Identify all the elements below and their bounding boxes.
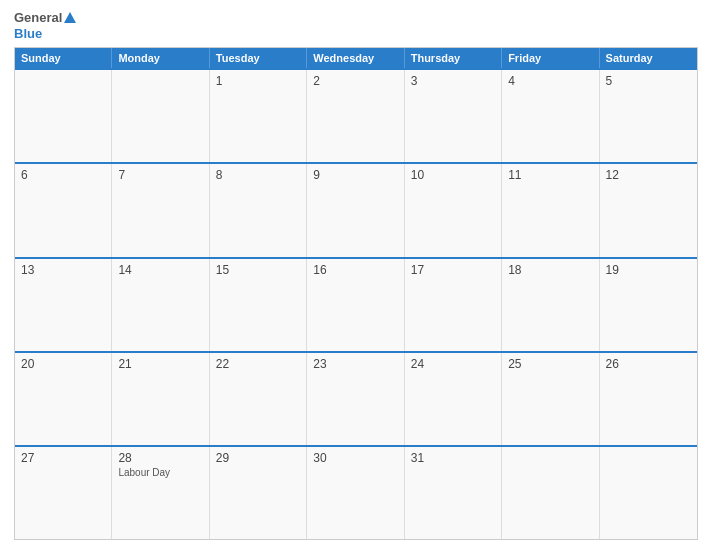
calendar-week-4: 20212223242526 (15, 351, 697, 445)
weekday-header-sunday: Sunday (15, 48, 112, 68)
calendar-cell: 12 (600, 164, 697, 256)
calendar-cell: 20 (15, 353, 112, 445)
calendar-cell: 4 (502, 70, 599, 162)
calendar-cell: 26 (600, 353, 697, 445)
weekday-header-wednesday: Wednesday (307, 48, 404, 68)
calendar-cell: 18 (502, 259, 599, 351)
day-number: 22 (216, 357, 300, 371)
day-number: 13 (21, 263, 105, 277)
calendar-cell: 25 (502, 353, 599, 445)
day-number: 29 (216, 451, 300, 465)
day-number: 30 (313, 451, 397, 465)
calendar-cell: 3 (405, 70, 502, 162)
day-number: 16 (313, 263, 397, 277)
day-number: 20 (21, 357, 105, 371)
calendar-week-3: 13141516171819 (15, 257, 697, 351)
calendar-cell: 30 (307, 447, 404, 539)
calendar-cell: 6 (15, 164, 112, 256)
calendar-cell: 10 (405, 164, 502, 256)
calendar-cell: 1 (210, 70, 307, 162)
day-number: 4 (508, 74, 592, 88)
calendar-cell: 17 (405, 259, 502, 351)
day-number: 25 (508, 357, 592, 371)
day-number: 2 (313, 74, 397, 88)
day-number: 21 (118, 357, 202, 371)
calendar-cell: 11 (502, 164, 599, 256)
day-number: 18 (508, 263, 592, 277)
calendar-cell (502, 447, 599, 539)
day-number: 19 (606, 263, 691, 277)
weekday-header-row: SundayMondayTuesdayWednesdayThursdayFrid… (15, 48, 697, 68)
day-number: 24 (411, 357, 495, 371)
calendar-cell: 29 (210, 447, 307, 539)
day-number: 11 (508, 168, 592, 182)
day-number: 15 (216, 263, 300, 277)
weekday-header-tuesday: Tuesday (210, 48, 307, 68)
calendar-week-2: 6789101112 (15, 162, 697, 256)
day-number: 1 (216, 74, 300, 88)
logo-general-text: General (14, 10, 62, 26)
calendar-week-5: 2728Labour Day293031 (15, 445, 697, 539)
day-number: 9 (313, 168, 397, 182)
calendar-cell: 31 (405, 447, 502, 539)
calendar-cell: 9 (307, 164, 404, 256)
day-number: 27 (21, 451, 105, 465)
holiday-label: Labour Day (118, 467, 202, 478)
day-number: 5 (606, 74, 691, 88)
header: GeneralBlue (14, 10, 698, 41)
calendar-cell: 22 (210, 353, 307, 445)
day-number: 8 (216, 168, 300, 182)
logo-triangle-icon (64, 12, 76, 23)
calendar-cell: 24 (405, 353, 502, 445)
calendar-week-1: 12345 (15, 68, 697, 162)
calendar-cell: 23 (307, 353, 404, 445)
calendar-cell: 16 (307, 259, 404, 351)
weekday-header-friday: Friday (502, 48, 599, 68)
calendar-cell: 7 (112, 164, 209, 256)
day-number: 28 (118, 451, 202, 465)
calendar-cell (15, 70, 112, 162)
weekday-header-monday: Monday (112, 48, 209, 68)
calendar-cell: 14 (112, 259, 209, 351)
day-number: 6 (21, 168, 105, 182)
calendar-cell: 15 (210, 259, 307, 351)
day-number: 17 (411, 263, 495, 277)
logo-blue-text: Blue (14, 26, 76, 42)
day-number: 10 (411, 168, 495, 182)
weekday-header-thursday: Thursday (405, 48, 502, 68)
calendar-cell (112, 70, 209, 162)
calendar-cell: 28Labour Day (112, 447, 209, 539)
day-number: 26 (606, 357, 691, 371)
day-number: 14 (118, 263, 202, 277)
day-number: 31 (411, 451, 495, 465)
day-number: 12 (606, 168, 691, 182)
calendar-cell (600, 447, 697, 539)
calendar-cell: 19 (600, 259, 697, 351)
calendar-cell: 5 (600, 70, 697, 162)
calendar-cell: 8 (210, 164, 307, 256)
weekday-header-saturday: Saturday (600, 48, 697, 68)
logo: GeneralBlue (14, 10, 76, 41)
calendar-cell: 21 (112, 353, 209, 445)
calendar-cell: 13 (15, 259, 112, 351)
calendar-cell: 2 (307, 70, 404, 162)
calendar-body: 1234567891011121314151617181920212223242… (15, 68, 697, 539)
calendar-cell: 27 (15, 447, 112, 539)
day-number: 23 (313, 357, 397, 371)
calendar-page: GeneralBlue SundayMondayTuesdayWednesday… (0, 0, 712, 550)
day-number: 7 (118, 168, 202, 182)
day-number: 3 (411, 74, 495, 88)
calendar-grid: SundayMondayTuesdayWednesdayThursdayFrid… (14, 47, 698, 540)
